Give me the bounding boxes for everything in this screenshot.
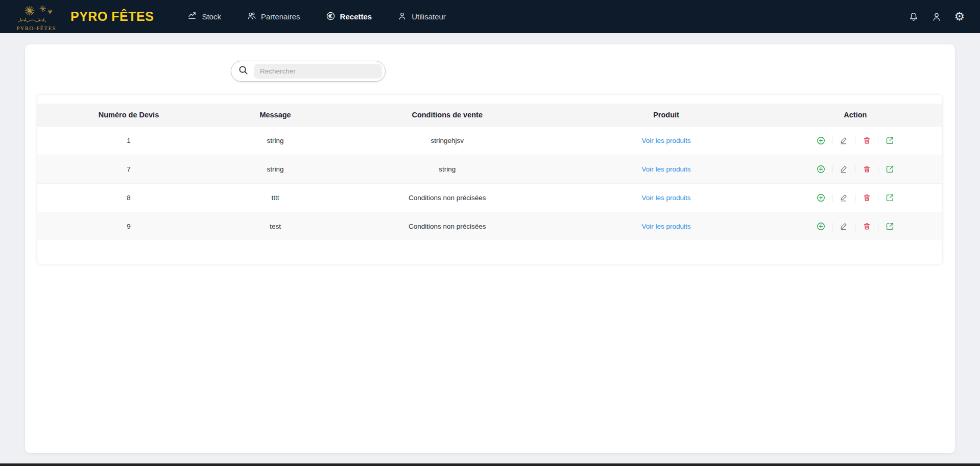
voir-les-produits-link[interactable]: Voir les produits — [641, 165, 690, 173]
main-nav: Stock Partenaires Recettes — [187, 11, 445, 22]
cell-numero: 8 — [37, 194, 220, 202]
table-row: 8 tttt Conditions non précisées Voir les… — [37, 183, 942, 212]
column-header-conditions: Conditions de vente — [330, 111, 564, 119]
voir-les-produits-link[interactable]: Voir les produits — [641, 194, 690, 202]
export-open-icon[interactable] — [885, 193, 895, 203]
row-actions — [769, 136, 942, 146]
cell-conditions: stringehjsv — [330, 137, 564, 144]
delete-trash-icon[interactable] — [862, 136, 872, 146]
nav-item-utilisateur[interactable]: Utilisateur — [397, 11, 446, 22]
cell-conditions: Conditions non précisées — [330, 194, 564, 202]
fireworks-logo-icon — [17, 5, 55, 26]
divider — [832, 165, 832, 174]
divider — [855, 223, 855, 231]
devis-table: Numéro de Devis Message Conditions de ve… — [37, 95, 942, 264]
row-actions — [769, 193, 942, 203]
export-open-icon[interactable] — [885, 164, 895, 175]
add-product-icon[interactable] — [816, 164, 826, 175]
divider — [832, 223, 832, 231]
table-row: 1 string stringehjsv Voir les produits — [37, 126, 942, 155]
divider — [878, 223, 878, 231]
add-product-icon[interactable] — [816, 193, 826, 203]
cell-message: tttt — [220, 194, 330, 202]
delete-trash-icon[interactable] — [862, 193, 872, 203]
voir-les-produits-link[interactable]: Voir les produits — [641, 137, 690, 144]
add-product-icon[interactable] — [816, 136, 826, 146]
nav-label: Recettes — [340, 12, 372, 21]
euro-circle-icon — [326, 11, 336, 22]
search-bar — [231, 61, 386, 82]
settings-gear-icon[interactable]: ⚙ — [954, 11, 965, 22]
table-row: 9 test Conditions non précisées Voir les… — [37, 212, 942, 240]
export-open-icon[interactable] — [885, 222, 895, 232]
window-bottom-edge — [0, 463, 980, 466]
trend-line-icon — [187, 11, 197, 22]
nav-item-recettes[interactable]: Recettes — [326, 11, 372, 22]
divider — [832, 194, 832, 202]
account-user-icon[interactable] — [931, 11, 942, 22]
divider — [878, 165, 878, 174]
cell-numero: 1 — [37, 137, 220, 144]
nav-item-partenaires[interactable]: Partenaires — [247, 11, 300, 22]
cell-message: string — [220, 165, 330, 173]
nav-item-stock[interactable]: Stock — [187, 11, 221, 22]
search-input[interactable] — [254, 64, 382, 79]
row-actions — [769, 222, 942, 232]
nav-label: Partenaires — [261, 12, 300, 21]
divider — [855, 137, 855, 145]
edit-pencil-icon[interactable] — [839, 164, 849, 175]
divider — [855, 194, 855, 202]
content-card: Numéro de Devis Message Conditions de ve… — [25, 44, 955, 453]
cell-numero: 7 — [37, 165, 220, 173]
divider — [878, 194, 878, 202]
edit-pencil-icon[interactable] — [839, 193, 849, 203]
table-header-row: Numéro de Devis Message Conditions de ve… — [37, 104, 942, 126]
person-icon — [397, 11, 407, 22]
topbar-actions: ⚙ — [908, 11, 965, 22]
column-header-produit: Produit — [564, 111, 768, 119]
column-header-action: Action — [769, 111, 942, 119]
top-navigation-bar: PYRO-FÊTES PYRO FÊTES Stock — [0, 0, 980, 33]
divider — [878, 137, 878, 145]
row-actions — [769, 164, 942, 175]
nav-label: Stock — [202, 12, 221, 21]
cell-message: string — [220, 137, 330, 144]
nav-label: Utilisateur — [412, 12, 446, 21]
app-title: PYRO FÊTES — [70, 9, 154, 24]
voir-les-produits-link[interactable]: Voir les produits — [641, 223, 690, 230]
delete-trash-icon[interactable] — [862, 164, 872, 175]
people-icon — [247, 11, 256, 22]
edit-pencil-icon[interactable] — [839, 136, 849, 146]
column-header-message: Message — [220, 111, 330, 119]
divider — [855, 165, 855, 174]
table-row: 7 string string Voir les produits — [37, 155, 942, 183]
cell-numero: 9 — [37, 223, 220, 230]
export-open-icon[interactable] — [885, 136, 895, 146]
search-icon — [238, 65, 249, 78]
logo-caption: PYRO-FÊTES — [16, 25, 56, 31]
cell-message: test — [220, 223, 330, 230]
delete-trash-icon[interactable] — [862, 222, 872, 232]
edit-pencil-icon[interactable] — [839, 222, 849, 232]
notifications-bell-icon[interactable] — [908, 11, 919, 22]
column-header-numero: Numéro de Devis — [37, 111, 220, 119]
add-product-icon[interactable] — [816, 222, 826, 232]
cell-conditions: Conditions non précisées — [330, 223, 564, 230]
cell-conditions: string — [330, 165, 564, 173]
company-logo[interactable]: PYRO-FÊTES — [14, 0, 58, 33]
divider — [832, 137, 832, 145]
